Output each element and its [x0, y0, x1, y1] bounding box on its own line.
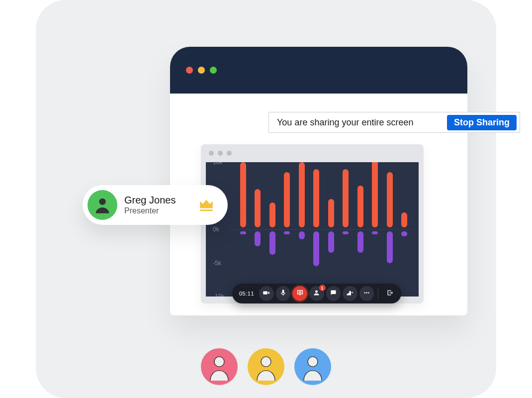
participant-avatar[interactable]: [201, 348, 238, 385]
participant-row: [36, 348, 496, 385]
bar-negative: [240, 231, 246, 234]
shared-screen-window: 10k0k-5k-10k: [201, 144, 424, 303]
presenter-text: Greg Jones Presenter: [124, 194, 191, 215]
bar-positive: [255, 189, 261, 227]
bar-negative: [343, 231, 349, 234]
window-close-icon[interactable]: [186, 67, 193, 74]
bar-chart: 10k0k-5k-10k: [206, 162, 419, 297]
crown-icon: [198, 196, 215, 214]
presenter-pill: Greg Jones Presenter: [83, 185, 228, 225]
window-minimize-icon[interactable]: [198, 67, 205, 74]
bar-positive: [387, 172, 393, 227]
more-button[interactable]: [359, 286, 374, 301]
bar-positive: [357, 186, 363, 227]
bar-positive: [269, 202, 275, 227]
window-maximize-icon[interactable]: [210, 67, 217, 74]
bar-negative: [269, 231, 275, 255]
participants-button[interactable]: 1: [309, 286, 324, 301]
svg-point-1: [366, 292, 367, 294]
participant-avatar[interactable]: [294, 348, 331, 385]
leave-icon: [386, 289, 394, 298]
share-screen-icon: [296, 289, 304, 298]
bars-container: [236, 162, 412, 297]
bar-negative: [328, 231, 334, 253]
microphone-button[interactable]: [276, 286, 291, 301]
window-dot-icon: [209, 151, 214, 156]
svg-point-5: [261, 357, 271, 367]
microphone-icon: [279, 289, 287, 298]
svg-point-2: [368, 292, 369, 294]
canvas: You are sharing your entire screen Stop …: [36, 0, 496, 398]
bar-positive: [343, 169, 349, 228]
bar-negative: [284, 231, 290, 234]
presenter-role: Presenter: [124, 206, 191, 215]
bar-positive: [299, 162, 305, 227]
bar-negative: [401, 231, 407, 236]
reactions-icon: [346, 289, 354, 298]
bar-negative: [255, 231, 261, 246]
chat-button[interactable]: [326, 286, 341, 301]
bar-negative: [387, 231, 393, 263]
screen-share-message: You are sharing your entire screen: [277, 117, 440, 128]
stop-sharing-button[interactable]: Stop Sharing: [447, 115, 517, 130]
chat-icon: [330, 289, 337, 298]
bar-positive: [284, 172, 290, 227]
bar-negative: [313, 231, 319, 266]
bar-positive: [328, 199, 334, 227]
bar-negative: [299, 231, 305, 239]
svg-point-6: [308, 357, 318, 367]
leave-call-button[interactable]: [382, 286, 397, 301]
video-button[interactable]: [259, 286, 274, 301]
y-tick-label: 0k: [213, 226, 219, 233]
window-dot-icon: [227, 151, 232, 156]
bar-positive: [240, 162, 246, 227]
more-icon: [363, 289, 370, 298]
window-dot-icon: [218, 151, 223, 156]
participant-avatar[interactable]: [248, 348, 284, 385]
svg-point-3: [99, 199, 105, 205]
svg-point-4: [214, 357, 224, 367]
bar-positive: [313, 169, 319, 228]
participants-icon: [313, 289, 320, 298]
svg-point-0: [364, 292, 366, 294]
bar-negative: [357, 231, 363, 253]
bar-negative: [372, 231, 378, 234]
shared-window-titlebar: [201, 144, 424, 162]
toolbar-divider: [378, 289, 378, 298]
reactions-button[interactable]: [343, 286, 357, 301]
screen-share-banner: You are sharing your entire screen Stop …: [268, 112, 520, 133]
y-tick-label: -10k: [213, 293, 224, 297]
y-tick-label: -5k: [213, 260, 221, 267]
share-screen-button[interactable]: [292, 286, 307, 301]
y-tick-label: 10k: [213, 162, 222, 166]
bar-positive: [401, 212, 407, 227]
call-timer: 05:11: [239, 291, 254, 297]
bar-positive: [372, 162, 378, 227]
presenter-avatar: [88, 190, 117, 220]
video-icon: [263, 289, 270, 298]
app-titlebar: [170, 47, 467, 94]
participants-badge: 1: [319, 285, 326, 291]
presenter-name: Greg Jones: [124, 194, 191, 206]
call-toolbar: 05:11 1: [232, 284, 401, 303]
